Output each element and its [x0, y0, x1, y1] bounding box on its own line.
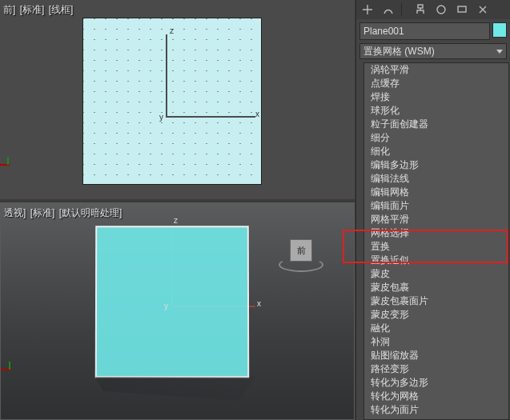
modifier-item[interactable]: 编辑网格 — [364, 186, 508, 199]
axis-label-y: y — [159, 113, 163, 122]
object-name-field[interactable]: Plane001 — [359, 22, 490, 40]
object-name-text: Plane001 — [363, 26, 404, 37]
viewport-front-label: 前] [标准] [线框] — [3, 3, 74, 17]
modifier-item[interactable]: 焊接 — [364, 90, 508, 104]
display-tab-icon[interactable] — [454, 2, 470, 17]
modifier-item[interactable]: 编辑法线 — [364, 172, 508, 186]
axis-label-x: x — [257, 299, 261, 308]
modifier-item[interactable]: 转化为面片 — [364, 403, 508, 417]
modifier-item[interactable]: 贴图缩放器 — [364, 349, 508, 362]
modifier-item[interactable]: 编辑面片 — [364, 199, 508, 213]
modifier-item[interactable]: 网格平滑 — [364, 213, 508, 226]
modifier-item[interactable]: 粒子面创建器 — [364, 118, 508, 131]
command-panel: Plane001 置换网格 (WSM) 涡轮平滑点缓存焊接球形化粒子面创建器细分… — [355, 0, 510, 420]
modifier-item[interactable]: 蒙皮包裹面片 — [364, 294, 508, 308]
axis-label-x: x — [255, 110, 259, 118]
modifier-dropdown-label: 置换网格 (WSM) — [363, 45, 435, 58]
svg-rect-0 — [418, 5, 423, 8]
axis-label-z: z — [170, 26, 174, 35]
viewport-front[interactable]: 前] [标准] [线框] z x y — [0, 0, 355, 199]
world-axis-y-icon — [7, 157, 9, 165]
ground-shadow — [95, 377, 255, 401]
modifier-item[interactable]: 蒙皮 — [364, 267, 508, 281]
panel-tab-row — [356, 0, 510, 19]
axis-z — [166, 34, 167, 117]
plane-ortho[interactable]: z x y — [82, 18, 262, 185]
hierarchy-tab-icon[interactable] — [412, 2, 428, 17]
modifier-item[interactable]: 涡轮平滑 — [364, 63, 508, 77]
modifier-list[interactable]: 涡轮平滑点缓存焊接球形化粒子面创建器细分细化编辑多边形编辑法线编辑网格编辑面片网… — [363, 62, 509, 420]
modifier-item[interactable]: 置换近似 — [364, 254, 508, 267]
modifier-item[interactable]: 转化为多边形 — [364, 376, 508, 390]
modifier-item[interactable]: 置换 — [364, 240, 508, 254]
modifier-dropdown[interactable]: 置换网格 (WSM) — [359, 43, 507, 59]
viewport-perspective[interactable]: 透视] [标准] [默认明暗处理] z x y 前 — [0, 202, 355, 420]
modifier-item[interactable]: 网格选择 — [364, 226, 508, 240]
chevron-down-icon — [496, 50, 503, 54]
modifier-item[interactable]: 融化 — [364, 322, 508, 335]
modifier-item[interactable]: 补洞 — [364, 335, 508, 349]
modifier-item[interactable]: 蒙皮包裹 — [364, 281, 508, 294]
modifier-item[interactable]: 细分 — [364, 131, 508, 145]
axis-x — [166, 116, 255, 118]
create-tab-icon[interactable] — [359, 2, 375, 17]
modifier-item[interactable]: 路径变形 — [364, 362, 508, 376]
plane-perspective[interactable] — [95, 226, 249, 378]
viewcube-face[interactable]: 前 — [290, 239, 312, 262]
grid-dots — [83, 18, 261, 184]
svg-rect-2 — [458, 6, 466, 12]
viewcube[interactable]: 前 — [282, 235, 322, 275]
modifier-item[interactable]: 细化 — [364, 145, 508, 158]
motion-tab-icon[interactable] — [433, 2, 449, 17]
modify-tab-icon[interactable] — [380, 2, 396, 17]
modifier-item[interactable]: 蒙皮变形 — [364, 308, 508, 322]
svg-point-1 — [437, 6, 445, 14]
axis-label-z: z — [174, 216, 178, 225]
divider — [401, 3, 408, 16]
modifier-item[interactable]: 编辑多边形 — [364, 158, 508, 172]
modifier-item[interactable]: 转化为网格 — [364, 390, 508, 403]
object-color-swatch[interactable] — [492, 22, 507, 38]
world-axis-y-icon — [9, 362, 10, 370]
modifier-item[interactable]: 点缓存 — [364, 77, 508, 90]
axis-label-y: y — [164, 302, 168, 310]
utilities-tab-icon[interactable] — [475, 2, 491, 17]
modifier-item[interactable]: 球形化 — [364, 104, 508, 118]
